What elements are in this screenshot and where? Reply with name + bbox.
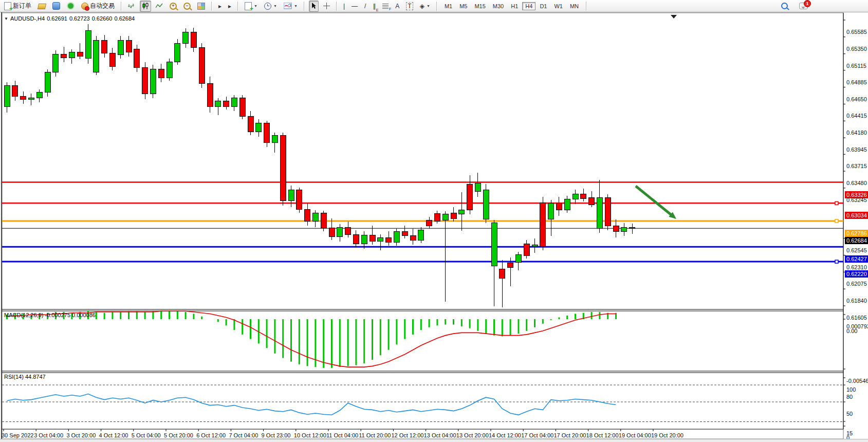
new-chart-icon [245,2,252,10]
shapes-tool[interactable]: ◈▼ [418,1,432,12]
zoom-out-button[interactable]: − [181,1,193,12]
candle [621,227,627,231]
fibonacci-icon: F [382,4,389,9]
profile-button[interactable] [50,1,62,12]
price-axis-tick-label: 0.64415 [846,113,867,119]
candle [305,209,310,222]
toolbar-separator [586,2,587,11]
tf-w1[interactable]: W1 [551,2,566,10]
tf-h4[interactable]: H4 [522,2,535,10]
price-axis-tick-label: 0.62545 [846,247,867,253]
tf-m1[interactable]: M1 [441,2,455,10]
tf-mn[interactable]: MN [567,2,582,10]
shapes-icon: ◈ [420,3,424,10]
auto-scroll-button[interactable]: ▸ [216,1,224,12]
tf-m15[interactable]: M15 [471,2,488,10]
crosshair-tool-button[interactable] [321,1,332,12]
candle [370,235,375,242]
metaeditor-button[interactable] [36,1,48,12]
candle [102,41,107,53]
price-axis-tick-label: 0.65350 [846,46,867,52]
tf-m5[interactable]: M5 [456,2,470,10]
chart-shift-button[interactable]: ▸ [226,1,233,12]
price-axis-tick-label: 0.64885 [846,79,867,85]
candle [312,213,318,222]
hline-handle[interactable] [835,260,838,263]
signal-button[interactable] [65,1,77,12]
chart-window[interactable]: ▼ AUDUSD-,H4 0.62691 0.62723 0.62660 0.6… [0,12,868,442]
vertical-line-icon: | [343,3,345,10]
price-axis-tick-label: 0.64180 [846,130,867,136]
price-axis-tick-label: 0.61605 [846,315,867,321]
time-axis-label: 11 Oct 20:00 [359,432,391,438]
time-axis-label: 11 Oct 04:00 [326,432,358,438]
time-axis-label: 13 Oct 04:00 [424,432,456,438]
search-button[interactable] [779,1,790,12]
text-label-tool[interactable]: T [404,1,415,12]
candle [589,198,595,205]
text-tool[interactable]: A [393,1,401,12]
candle [394,231,399,242]
candle [337,227,343,236]
equidistant-channel-tool[interactable]: ∥E [371,1,378,12]
price-axis-tick-label: 0.63945 [846,146,867,153]
price-level-badge: 0.62220 [845,270,868,278]
candle [361,235,367,244]
auto-trading-button[interactable]: 自动交易 [79,1,117,12]
candle [532,245,538,247]
zoom-out-icon: − [183,3,191,10]
line-chart-button[interactable] [154,1,165,12]
ohlc-low: 0.62660 [92,15,113,22]
notifications-button[interactable]: 1 [797,1,810,12]
tile-windows-button[interactable] [195,1,207,12]
candle [94,41,99,72]
candle [515,254,521,262]
indicators-button[interactable]: ▼ [282,1,300,12]
hline-handle[interactable] [835,201,838,205]
candlestick-chart-icon [142,3,149,9]
period-button[interactable]: ▼ [262,1,279,12]
auto-trading-icon [81,3,88,10]
candle [321,213,326,228]
dropdown-caret-icon: ▼ [427,4,430,8]
price-level-badge: 0.62786 [845,230,868,237]
toolbar-separator [237,2,238,11]
tf-m30[interactable]: M30 [490,2,507,10]
candle [248,117,253,132]
vertical-line-tool[interactable]: | [341,1,347,12]
search-icon [781,3,788,9]
auto-trading-label: 自动交易 [90,2,115,10]
toolbar-separator [211,2,212,11]
hline-handle[interactable] [835,219,838,223]
chart-plot-background [2,13,843,439]
toolbar-separator [121,2,122,11]
new-order-button[interactable]: 新订单 [2,1,33,12]
horizontal-line-tool[interactable]: — [349,1,360,12]
tf-d1[interactable]: D1 [537,2,550,10]
bar-chart-icon [128,3,135,9]
chart-expand-icon[interactable]: ▼ [4,16,8,21]
candle [475,183,481,191]
candle [442,214,448,220]
tf-h1[interactable]: H1 [508,2,521,10]
cursor-tool-button[interactable] [309,1,319,12]
trendline-tool[interactable]: / [362,1,368,12]
ohlc-open: 0.62691 [47,15,67,22]
zoom-in-button[interactable]: + [168,1,179,12]
candle [264,123,270,142]
time-axis-label: 13 Oct 20:00 [456,432,489,438]
candle [77,52,83,56]
fibonacci-tool[interactable]: F [380,1,391,12]
candle [524,244,529,256]
candle [53,54,59,72]
candlestick-chart-button[interactable] [140,1,151,12]
candle [540,203,546,247]
chart-canvas[interactable] [0,12,868,442]
bar-chart-button[interactable] [126,1,137,12]
signal-icon [68,3,73,9]
rsi-axis-label: 50 [846,411,853,417]
timeframe-bar: M1 M5 M15 M30 H1 H4 D1 W1 MN [441,2,582,10]
new-chart-button[interactable]: ▼ [243,1,260,12]
time-axis-label: 14 Oct 12:00 [489,432,521,438]
ohlc-high: 0.62723 [69,15,90,22]
